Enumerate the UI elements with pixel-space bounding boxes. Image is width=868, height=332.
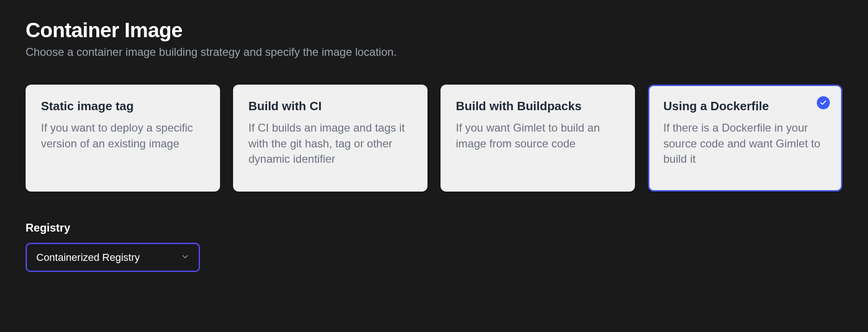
card-description: If you want Gimlet to build an image fro…	[456, 120, 620, 151]
strategy-card-using-a-dockerfile[interactable]: Using a Dockerfile If there is a Dockerf…	[648, 85, 842, 192]
page-title: Container Image	[26, 19, 842, 42]
page-subtitle: Choose a container image building strate…	[26, 46, 842, 59]
card-title: Static image tag	[41, 99, 205, 113]
check-icon	[817, 96, 830, 109]
strategy-cards-container: Static image tag If you want to deploy a…	[26, 85, 842, 192]
registry-select[interactable]: Containerized Registry	[26, 243, 200, 272]
card-description: If you want to deploy a specific version…	[41, 120, 205, 151]
registry-label: Registry	[26, 221, 842, 234]
card-title: Build with CI	[248, 99, 412, 113]
card-title: Build with Buildpacks	[456, 99, 620, 113]
registry-select-wrapper: Containerized Registry	[26, 243, 200, 272]
card-description: If CI builds an image and tags it with t…	[248, 120, 412, 167]
strategy-card-build-with-ci[interactable]: Build with CI If CI builds an image and …	[233, 85, 427, 192]
strategy-card-build-with-buildpacks[interactable]: Build with Buildpacks If you want Gimlet…	[441, 85, 635, 192]
strategy-card-static-image-tag[interactable]: Static image tag If you want to deploy a…	[26, 85, 220, 192]
card-description: If there is a Dockerfile in your source …	[663, 120, 827, 167]
card-title: Using a Dockerfile	[663, 99, 827, 113]
